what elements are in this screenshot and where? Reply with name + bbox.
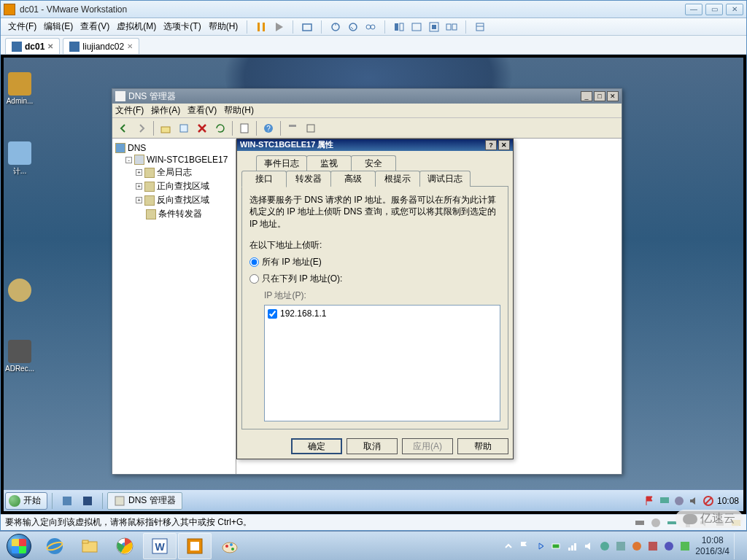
fullscreen-icon[interactable] [426, 20, 442, 34]
status-cd-icon[interactable] [650, 517, 662, 529]
menu-view[interactable]: 查看(V) [77, 19, 112, 34]
menu-edit[interactable]: 编辑(E) [41, 19, 76, 34]
tree-forward-zones[interactable]: +正向查找区域 [136, 179, 233, 193]
console-icon[interactable] [409, 20, 425, 34]
quick-launch-powershell[interactable] [77, 492, 98, 510]
tab-close-icon[interactable]: ✕ [47, 42, 53, 50]
radio-all-ip-input[interactable] [249, 257, 259, 267]
properties-close-button[interactable]: ✕ [498, 140, 510, 150]
menu-vm[interactable]: 虚拟机(M) [114, 19, 159, 34]
snapshot-icon[interactable] [299, 20, 315, 34]
host-clock[interactable]: 10:08 2016/3/4 [695, 535, 729, 556]
refresh-icon[interactable] [212, 120, 228, 136]
taskbar-chrome[interactable] [108, 533, 142, 559]
pause-icon[interactable] [253, 20, 269, 34]
radio-all-ip[interactable]: 所有 IP 地址(E) [249, 256, 500, 268]
tray-net-icon[interactable] [567, 540, 578, 552]
taskbar-vmware[interactable] [178, 533, 212, 559]
properties-icon[interactable] [236, 120, 252, 136]
tab-monitor[interactable]: 监视 [306, 155, 352, 171]
filter-icon[interactable] [285, 120, 301, 136]
tab-event-log[interactable]: 事件日志 [256, 155, 307, 171]
maximize-button[interactable]: ▭ [705, 4, 723, 15]
dns-menu-file[interactable]: 文件(F) [115, 104, 144, 117]
taskbar-explorer[interactable] [73, 533, 107, 559]
dns-menu-help[interactable]: 帮助(H) [224, 104, 254, 117]
tab-security[interactable]: 安全 [351, 155, 396, 171]
play-icon[interactable] [271, 20, 287, 34]
forward-icon[interactable] [133, 120, 150, 136]
taskbar-ie[interactable] [38, 533, 71, 559]
tray-app5-icon[interactable] [663, 540, 675, 552]
tray-bluetooth-icon[interactable] [535, 540, 546, 552]
tray-network-icon[interactable] [659, 495, 670, 507]
vm-tab-liujiandc02[interactable]: liujiandc02 ✕ [63, 38, 139, 54]
minimize-button[interactable]: — [685, 4, 703, 15]
tree-conditional-forwarders[interactable]: 条件转发器 [136, 207, 233, 221]
tab-close-icon[interactable]: ✕ [127, 42, 133, 50]
tab-forwarders[interactable]: 转发器 [286, 171, 331, 187]
host-start-button[interactable] [3, 533, 35, 559]
dns-menu-view[interactable]: 查看(V) [187, 104, 217, 117]
taskbar-task-dns[interactable]: DNS 管理器 [107, 492, 182, 510]
tree-reverse-zones[interactable]: +反向查找区域 [136, 193, 233, 207]
ip-address-list[interactable]: 192.168.1.1 [264, 305, 500, 421]
taskbar-paint[interactable] [213, 533, 247, 559]
multimonitor-icon[interactable] [444, 20, 460, 34]
dns-minimize-button[interactable]: _ [581, 91, 592, 101]
status-hdd-icon[interactable] [634, 517, 646, 529]
dns-titlebar[interactable]: DNS 管理器 _ □ ✕ [112, 89, 622, 104]
tab-advanced[interactable]: 高级 [330, 171, 376, 187]
desktop-icon-recycle[interactable] [5, 279, 34, 303]
tray-app1-icon[interactable] [599, 540, 611, 552]
menu-tabs[interactable]: 选项卡(T) [160, 19, 204, 34]
dns-maximize-button[interactable]: □ [594, 91, 605, 101]
ok-button[interactable]: 确定 [291, 438, 342, 454]
dns-close-button[interactable]: ✕ [607, 91, 619, 101]
desktop-icon-admin[interactable]: Admin... [5, 72, 34, 105]
desktop-icon-adrec[interactable]: ADRec... [5, 340, 34, 373]
tray-flag-icon[interactable] [644, 495, 656, 507]
tray-app6-icon[interactable] [679, 540, 691, 552]
unity-icon[interactable] [391, 20, 407, 34]
properties-titlebar[interactable]: WIN-STC1BGELE17 属性 ? ✕ [237, 139, 513, 151]
tray-app4-icon[interactable] [647, 540, 659, 552]
help-button-icon[interactable]: ? [485, 140, 497, 150]
menu-help[interactable]: 帮助(H) [206, 19, 241, 34]
tree-root-dns[interactable]: DNS [115, 142, 233, 154]
up-icon[interactable] [158, 120, 174, 136]
tab-debug-log[interactable]: 调试日志 [419, 171, 471, 187]
tray-volume-icon[interactable] [688, 495, 700, 507]
guest-start-button[interactable]: 开始 [5, 492, 47, 510]
tray-tools-icon[interactable] [673, 495, 685, 507]
tray-flag-icon[interactable] [519, 540, 530, 552]
desktop-icon-computer[interactable]: 计... [5, 141, 34, 176]
tray-block-icon[interactable] [703, 495, 714, 507]
dns-menu-action[interactable]: 操作(A) [151, 104, 180, 117]
ip-checkbox[interactable] [268, 309, 277, 319]
snapshot-manager-icon[interactable] [363, 20, 379, 34]
back-icon[interactable] [115, 120, 131, 136]
tray-app3-icon[interactable] [631, 540, 643, 552]
tab-interfaces[interactable]: 接口 [241, 171, 287, 187]
delete-icon[interactable] [194, 120, 210, 136]
show-desktop-button[interactable] [734, 533, 740, 559]
tree-global-logs[interactable]: +全局日志 [136, 166, 233, 179]
apply-button[interactable]: 应用(A) [402, 438, 453, 454]
tray-battery-icon[interactable] [551, 540, 562, 552]
close-button[interactable]: ✕ [726, 4, 743, 15]
snapshot-take-icon[interactable] [328, 20, 344, 34]
column-icon[interactable] [303, 120, 319, 136]
radio-only-ip-input[interactable] [249, 274, 259, 284]
menu-file[interactable]: 文件(F) [5, 19, 39, 34]
tab-root-hints[interactable]: 根提示 [375, 171, 420, 187]
library-icon[interactable] [472, 20, 488, 34]
tray-volume-icon[interactable] [583, 540, 595, 552]
help-button[interactable]: 帮助 [457, 438, 508, 454]
tree-server[interactable]: -WIN-STC1BGELE17 [125, 154, 233, 166]
list-icon[interactable] [176, 120, 192, 136]
quick-launch-server-manager[interactable] [57, 492, 77, 510]
ip-entry[interactable]: 192.168.1.1 [268, 308, 497, 319]
vm-display[interactable]: Admin... 计... ADRec... DNS 管理器 _ □ ✕ [1, 55, 746, 514]
cancel-button[interactable]: 取消 [347, 438, 398, 454]
